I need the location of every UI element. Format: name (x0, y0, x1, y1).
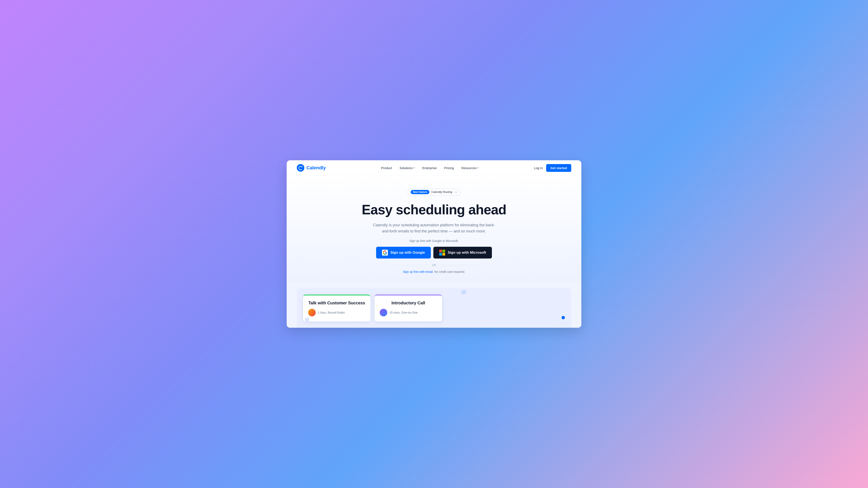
chevron-down-icon: ▾ (477, 167, 478, 169)
navbar: Calendly Product Solutions ▾ Enterprise … (287, 160, 581, 176)
nav-item-pricing[interactable]: Pricing (444, 166, 454, 170)
nav-item-solutions[interactable]: Solutions ▾ (400, 166, 415, 170)
nav-item-enterprise[interactable]: Enterprise (422, 166, 436, 170)
signup-google-button[interactable]: Sign up with Google (376, 247, 431, 259)
event-host-1: 1 hour, Round Robin (308, 309, 365, 316)
google-icon (382, 250, 388, 256)
event-card-customer-success: Talk with Customer Success 1 hour, Round… (303, 294, 370, 321)
signup-prompt: Sign up free with Google or Microsoft. (297, 239, 571, 242)
logo-text: Calendly (306, 165, 326, 171)
hero-section: New feature Calendly Routing → Easy sche… (287, 176, 581, 328)
signup-microsoft-button[interactable]: Sign up with Microsoft (433, 247, 492, 259)
arrow-icon: → (455, 190, 457, 194)
email-signup-link[interactable]: Sign up free with email. (403, 270, 434, 273)
microsoft-icon (439, 250, 445, 256)
email-signup: Sign up free with email. No credit card … (297, 270, 571, 273)
signup-google-label: Sign up with Google (391, 251, 425, 255)
nav-link-product[interactable]: Product (381, 166, 392, 170)
nav-link-enterprise[interactable]: Enterprise (422, 166, 436, 170)
avatar-img-2 (380, 309, 387, 316)
badge-label: New feature (411, 190, 429, 194)
calendar-inner: Talk with Customer Success 1 hour, Round… (297, 288, 571, 328)
event-meta-1: 1 hour, Round Robin (318, 311, 345, 314)
nav-link-pricing[interactable]: Pricing (444, 166, 454, 170)
nav-item-product[interactable]: Product (381, 166, 392, 170)
event-host-2: 15 mins, One-on-One (380, 309, 437, 316)
event-title-2: Introductory Call (380, 301, 437, 305)
svg-point-0 (297, 164, 304, 172)
badge-text: Calendly Routing (432, 190, 452, 194)
avatar-1 (308, 309, 316, 316)
logo[interactable]: Calendly (297, 164, 326, 172)
or-line-left (388, 265, 429, 265)
or-line-right (439, 265, 480, 265)
decorative-shape-1 (461, 290, 466, 295)
nav-links: Product Solutions ▾ Enterprise Pricing R… (381, 166, 478, 170)
event-title-1: Talk with Customer Success (308, 301, 365, 305)
avatar-2 (380, 309, 387, 316)
or-divider: OR (388, 264, 480, 267)
decorative-dot (562, 316, 565, 319)
avatar-img-1 (308, 309, 316, 316)
no-cc-text: No credit card required. (434, 270, 465, 273)
hero-subtitle: Calendly is your scheduling automation p… (371, 222, 497, 234)
decorative-shape-2 (305, 317, 309, 322)
calendar-preview: Talk with Customer Success 1 hour, Round… (287, 282, 581, 328)
event-meta-2: 15 mins, One-on-One (390, 311, 418, 314)
event-card-intro-call: Introductory Call 15 mins, One-on-One (375, 294, 442, 321)
signup-buttons: Sign up with Google Sign up with Microso… (297, 247, 571, 259)
get-started-button[interactable]: Get started (546, 164, 571, 172)
nav-actions: Log In Get started (534, 164, 571, 172)
svg-point-1 (302, 167, 303, 168)
page-wrapper: Calendly Product Solutions ▾ Enterprise … (287, 160, 581, 328)
chevron-down-icon: ▾ (413, 167, 415, 169)
nav-link-solutions[interactable]: Solutions ▾ (400, 166, 415, 170)
nav-link-resources[interactable]: Resources ▾ (461, 166, 478, 170)
login-button[interactable]: Log In (534, 166, 543, 170)
logo-icon (297, 164, 304, 172)
or-label: OR (432, 264, 436, 267)
new-feature-badge[interactable]: New feature Calendly Routing → (407, 189, 460, 196)
signup-microsoft-label: Sign up with Microsoft (448, 251, 486, 255)
hero-title: Easy scheduling ahead (297, 202, 571, 217)
nav-item-resources[interactable]: Resources ▾ (461, 166, 478, 170)
